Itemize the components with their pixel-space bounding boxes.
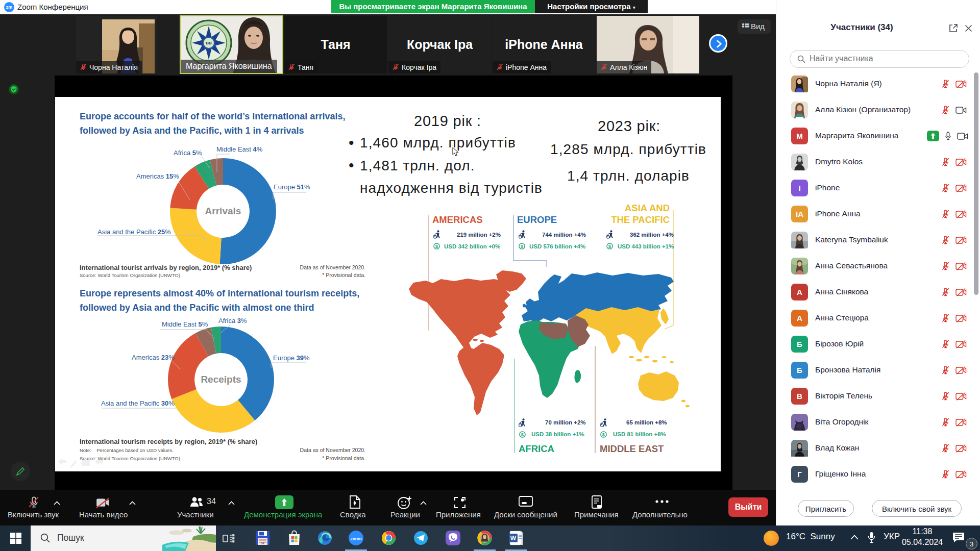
svg-text:Europe 39%: Europe 39% [273,354,310,362]
svg-text:Middle East 5%: Middle East 5% [162,320,208,328]
svg-text:USD 443 billion +1%: USD 443 billion +1% [618,243,674,249]
svg-text:Data as of November 2020.: Data as of November 2020. [300,447,365,453]
svg-text:USD 38 billion +1%: USD 38 billion +1% [531,431,584,437]
svg-text:USD 342 billion +0%: USD 342 billion +0% [444,243,500,249]
svg-text:Receipts: Receipts [201,374,241,385]
svg-text:Data as of November 2020.: Data as of November 2020. [300,264,365,270]
svg-text:Source: World Tourism Organiza: Source: World Tourism Organization (UNWT… [80,456,182,461]
svg-text:ВВ: ВВ [206,41,212,45]
svg-text:USD 81 billion +8%: USD 81 billion +8% [613,431,666,437]
svg-text:Source: World Tourism Organiza: Source: World Tourism Organization (UNWT… [80,272,182,278]
svg-text:MIDDLE EAST: MIDDLE EAST [600,443,664,454]
svg-text:* Provisional data.: * Provisional data. [322,455,365,461]
svg-text:65 million +8%: 65 million +8% [626,419,667,425]
svg-text:Europe 51%: Europe 51% [274,183,310,191]
svg-text:THE PACIFIC: THE PACIFIC [611,214,670,225]
svg-text:AMERICAS: AMERICAS [432,214,483,225]
svg-text:Africa 3%: Africa 3% [218,317,247,324]
svg-text:Middle East 4%: Middle East 4% [216,145,263,153]
svg-text:362 million +4%: 362 million +4% [630,232,674,238]
svg-text:Americas 23%: Americas 23% [132,354,175,361]
svg-text:Asia and the Pacific 30%: Asia and the Pacific 30% [101,399,175,407]
svg-text:219 million +2%: 219 million +2% [457,232,501,238]
svg-text:ASIA AND: ASIA AND [625,203,670,213]
svg-text:Africa 5%: Africa 5% [174,149,202,157]
svg-text:W: W [510,535,517,542]
svg-text:Arrivals: Arrivals [205,206,241,216]
svg-text:70 million +2%: 70 million +2% [545,419,586,425]
svg-text:Asia and the Pacific 25%: Asia and the Pacific 25% [97,228,171,236]
svg-text:International tourist arrivals: International tourist arrivals by region… [80,264,252,271]
svg-text:USD 576 billion +4%: USD 576 billion +4% [529,243,585,249]
svg-text:64: 64 [261,542,264,545]
svg-text:Americas 15%: Americas 15% [136,172,179,180]
svg-text:AFRICA: AFRICA [519,443,554,454]
svg-text:744 million +4%: 744 million +4% [542,232,586,238]
svg-text:EUROPE: EUROPE [517,214,557,225]
svg-text:International tourism receipts: International tourism receipts by region… [80,438,257,445]
svg-text:Note: Percentages based on: Note: Percentages based on USD values. [80,447,174,453]
svg-text:* Provisional data.: * Provisional data. [322,272,365,278]
